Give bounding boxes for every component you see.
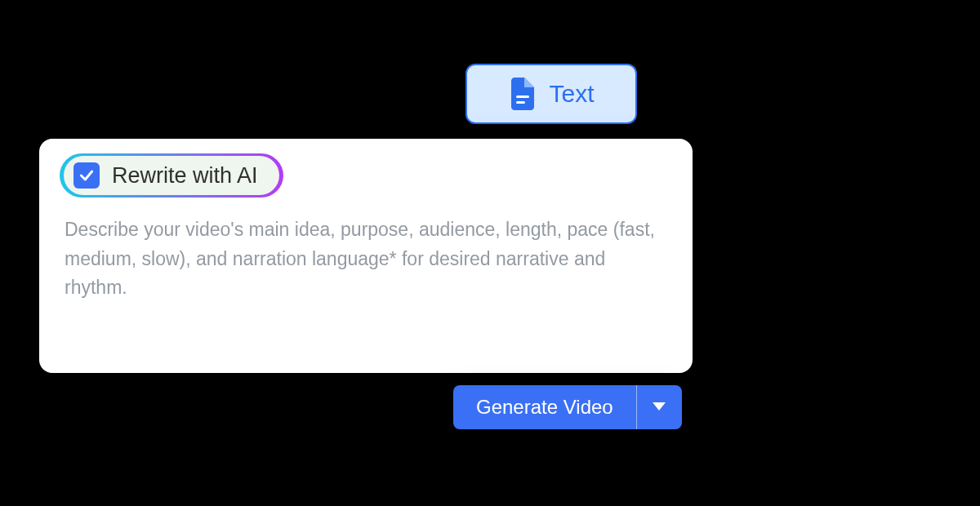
rewrite-checkbox[interactable] <box>74 162 100 189</box>
svg-rect-0 <box>516 95 529 98</box>
generate-video-button[interactable]: Generate Video <box>453 385 636 429</box>
chevron-down-icon <box>651 401 667 415</box>
text-tab-label: Text <box>549 80 594 108</box>
document-icon <box>508 78 534 110</box>
rewrite-label: Rewrite with AI <box>112 163 258 189</box>
rewrite-chip-inner: Rewrite with AI <box>64 156 279 195</box>
video-prompt-card: Rewrite with AI Describe your video's ma… <box>39 139 693 373</box>
generate-dropdown-button[interactable] <box>636 385 682 429</box>
prompt-placeholder[interactable]: Describe your video's main idea, purpose… <box>60 215 668 303</box>
text-tab[interactable]: Text <box>466 64 637 124</box>
rewrite-with-ai-toggle[interactable]: Rewrite with AI <box>60 153 283 198</box>
generate-video-group: Generate Video <box>453 385 682 429</box>
svg-rect-1 <box>516 101 525 104</box>
